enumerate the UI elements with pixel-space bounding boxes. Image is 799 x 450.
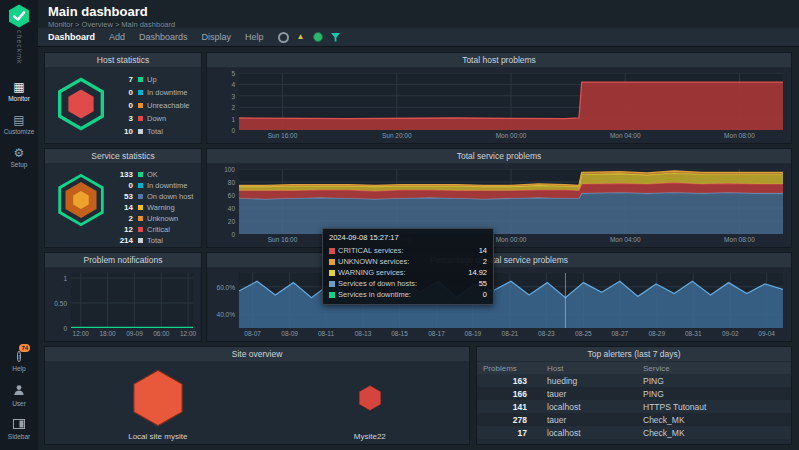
x-tick-label: Mon 08:00	[724, 236, 755, 243]
sidebar-item-label: User	[12, 400, 26, 407]
y-tick-label: 100	[224, 166, 235, 173]
checkmk-logo[interactable]	[7, 4, 31, 28]
legend-color-chip	[138, 103, 143, 108]
x-tick-label: Mon 04:00	[610, 132, 641, 139]
sidebar-item-setup[interactable]: ⚙ Setup	[0, 141, 38, 174]
hexagon-core	[68, 89, 93, 118]
total-host-problems-chart[interactable]: Sun 16:00Sun 20:00Mon 00:00Mon 04:00Mon …	[207, 68, 791, 143]
service-stats-hexagon[interactable]	[53, 172, 109, 232]
panel-title: Service statistics	[45, 149, 201, 163]
y-tick-label: 0	[231, 231, 235, 238]
panel-total-host-problems: Total host problems Sun 16:00Sun 20:00Mo…	[206, 52, 792, 144]
table-row[interactable]: 163huedingPING	[477, 374, 791, 387]
sidebar: checkmk ▦ Monitor ▤ Customize ⚙ Setup i …	[0, 0, 38, 450]
panel-service-statistics: Service statistics 133OK0In downtime53On…	[44, 148, 202, 248]
legend-label: Unknown	[147, 214, 178, 223]
legend-row[interactable]: 14Warning	[111, 202, 197, 213]
y-tick-label: 5	[231, 70, 235, 77]
sidebar-item-help[interactable]: i 74 Help	[0, 343, 38, 378]
legend-label: Up	[147, 75, 157, 84]
table-row[interactable]: 17localhostCheck_MK	[477, 426, 791, 439]
legend-row[interactable]: 10Total	[111, 125, 197, 138]
legend-row[interactable]: 0In downtime	[111, 180, 197, 191]
pct-service-problems-chart[interactable]: 08-0708-0908-1108-1308-1508-1708-1908-21…	[207, 268, 791, 341]
x-tick-label: 08-31	[685, 330, 702, 337]
y-tick-label: 1	[231, 115, 235, 122]
legend-row[interactable]: 133OK	[111, 169, 197, 180]
y-tick-label: 0.50	[54, 300, 67, 307]
menubar: DashboardAddDashboardsDisplayHelp ▲	[38, 28, 799, 47]
legend-row[interactable]: 0In downtime	[111, 86, 197, 99]
problems-icon[interactable]: ▲	[297, 33, 305, 41]
legend-color-chip	[138, 238, 143, 243]
x-tick-label: 09-09	[126, 330, 143, 337]
table-row[interactable]: 141localhostHTTPS Tutonaut	[477, 400, 791, 413]
site-label: Mysite22	[354, 432, 386, 441]
globe-icon[interactable]	[313, 32, 323, 42]
panel-problem-notifications: Problem notifications 12:0018:0009-0906:…	[44, 252, 202, 342]
user-icon	[13, 384, 25, 398]
legend-value: 0	[111, 181, 133, 190]
filter-icon[interactable]	[331, 33, 340, 42]
x-tick-label: Mon 04:00	[610, 236, 641, 243]
brand-text: checkmk	[16, 30, 23, 65]
host-stats-legend: 7Up0In downtime0Unreachable3Down10Total	[111, 73, 201, 138]
legend-color-chip	[138, 77, 143, 82]
sidebar-item-user[interactable]: User	[0, 378, 38, 413]
legend-label: Warning	[147, 203, 175, 212]
main-area: Main dashboard Monitor > Overview > Main…	[38, 0, 799, 450]
legend-value: 0	[111, 88, 133, 97]
legend-row[interactable]: 0Unreachable	[111, 99, 197, 112]
x-tick-label: 08-09	[281, 330, 298, 337]
x-tick-label: Mon 08:00	[724, 132, 755, 139]
site-local-mysite[interactable]: Local site mysite	[128, 366, 187, 441]
table-row[interactable]: 166tauerPING	[477, 387, 791, 400]
legend-row[interactable]: 12Critical	[111, 224, 197, 235]
x-tick-label: Mon 00:00	[496, 236, 527, 243]
sidebar-item-label: Help	[12, 365, 25, 372]
menu-item-display[interactable]: Display	[202, 32, 232, 42]
legend-label: Total	[147, 236, 163, 245]
tooltip-rows: CRITICAL services:14UNKNOWN services:2WA…	[329, 245, 487, 300]
menu-item-dashboard[interactable]: Dashboard	[48, 32, 95, 42]
y-tick-label: 60.0%	[217, 283, 235, 290]
menubar-items: DashboardAddDashboardsDisplayHelp	[48, 32, 264, 42]
page-title: Main dashboard	[48, 4, 799, 19]
problem-notifications-chart[interactable]: 12:0018:0009-0906:0012:0000.501	[45, 268, 201, 341]
legend-row[interactable]: 3Down	[111, 112, 197, 125]
menu-item-help[interactable]: Help	[245, 32, 264, 42]
menu-item-dashboards[interactable]: Dashboards	[139, 32, 188, 42]
status-icon[interactable]	[278, 32, 289, 43]
legend-value: 53	[111, 192, 133, 201]
sidebar-item-customize[interactable]: ▤ Customize	[0, 108, 38, 141]
host-stats-hexagon[interactable]	[53, 76, 109, 136]
tooltip-timestamp: 2024-09-08 15:27:17	[329, 233, 487, 242]
legend-row[interactable]: 7Up	[111, 73, 197, 86]
legend-value: 12	[111, 225, 133, 234]
total-service-problems-chart[interactable]: Sun 16:00Sun 20:00Mon 00:00Mon 04:00Mon …	[207, 164, 791, 247]
legend-row[interactable]: 53On down host	[111, 191, 197, 202]
menu-item-add[interactable]: Add	[109, 32, 125, 42]
x-tick-label: 09-04	[758, 330, 775, 337]
y-tick-label: 80	[228, 179, 235, 186]
logo-hexagon	[9, 4, 29, 27]
panel-top-alerters: Top alerters (last 7 days) ProblemsHostS…	[476, 346, 792, 445]
y-tick-label: 3	[231, 92, 235, 99]
x-tick-label: 06:00	[153, 330, 169, 337]
sidebar-toggle-icon	[13, 419, 25, 431]
x-tick-label: 12:00	[73, 330, 89, 337]
legend-value: 14	[111, 203, 133, 212]
legend-row[interactable]: 2Unknown	[111, 213, 197, 224]
col-problems: Problems	[477, 362, 541, 374]
legend-label: OK	[147, 170, 158, 179]
monitor-icon: ▦	[13, 81, 24, 93]
legend-value: 3	[111, 114, 133, 123]
panel-title: Top alerters (last 7 days)	[477, 347, 791, 361]
sidebar-item-monitor[interactable]: ▦ Monitor	[0, 75, 38, 108]
sidebar-item-label: Sidebar	[8, 433, 30, 440]
legend-row[interactable]: 214Total	[111, 235, 197, 246]
legend-label: Down	[147, 114, 166, 123]
sidebar-item-sidebar-toggle[interactable]: Sidebar	[0, 413, 38, 446]
table-row[interactable]: 278tauerCheck_MK	[477, 413, 791, 426]
site-mysite22[interactable]: Mysite22	[354, 366, 386, 441]
